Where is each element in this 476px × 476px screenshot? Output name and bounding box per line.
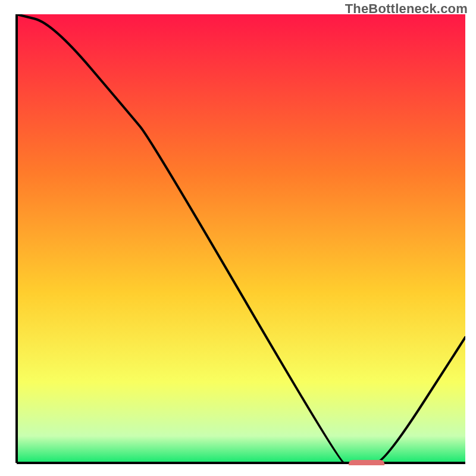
plot-area: [14, 14, 465, 465]
gradient-background: [17, 14, 465, 463]
chart-container: TheBottleneck.com: [0, 0, 476, 476]
optimum-marker: [349, 460, 384, 465]
bottleneck-chart-svg: [14, 14, 465, 465]
